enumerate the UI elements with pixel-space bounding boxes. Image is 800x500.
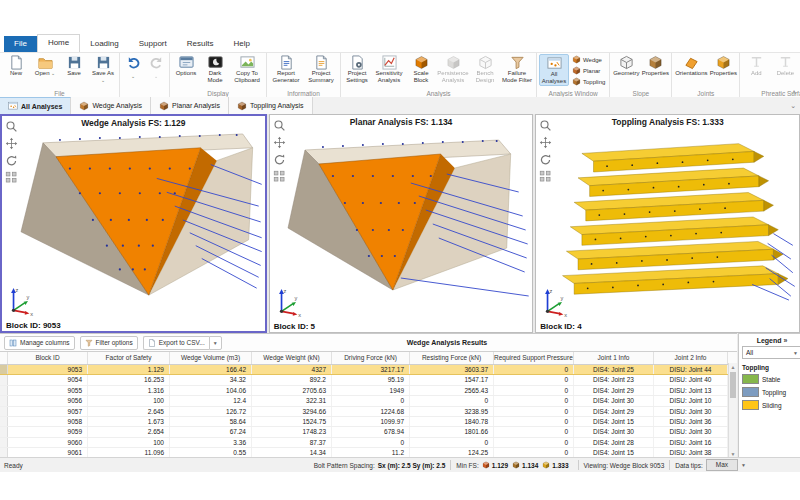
all-analyses-button[interactable]: All Analyses (539, 54, 569, 86)
new-button[interactable]: New (2, 54, 30, 78)
pan-tool-icon[interactable] (273, 135, 286, 148)
ribbon-tab-loading[interactable]: Loading (80, 36, 128, 52)
planar-3d-scene[interactable] (283, 128, 531, 304)
table-cell[interactable]: 58.64 (170, 417, 252, 426)
wedge-3d-scene[interactable] (15, 129, 263, 303)
table-cell[interactable]: DISU: Joint 40 (654, 375, 728, 384)
table-cell[interactable]: 67.24 (170, 427, 252, 436)
file-menu-button[interactable]: File (4, 36, 37, 52)
table-cell[interactable]: 9054 (8, 375, 88, 384)
table-cell[interactable]: DIS4: Joint 30 (574, 427, 654, 436)
redo-button[interactable]: ⌄ (145, 54, 167, 79)
column-header[interactable]: Wedge Volume (m3) (170, 352, 252, 364)
table-cell[interactable]: DIS4: Joint 29 (574, 407, 654, 416)
table-cell[interactable]: 100 (88, 396, 170, 405)
ribbon-tab-home[interactable]: Home (37, 34, 80, 52)
table-cell[interactable]: 0 (332, 438, 410, 447)
table-row[interactable]: 90551.316104.062705.6319492565.430DIS4: … (0, 386, 737, 396)
open-button[interactable]: Open (31, 54, 59, 78)
export-csv-button[interactable]: Export to CSV... (143, 336, 209, 350)
project-settings-button[interactable]: Project Settings (343, 54, 371, 84)
table-cell[interactable]: DIS4: Joint 15 (574, 417, 654, 426)
column-header[interactable]: Required Support Pressure (kPa) (494, 352, 574, 364)
table-scrollbar[interactable]: ▲ ▼ (728, 363, 737, 458)
tab-planar-analysis[interactable]: Planar Analysis (151, 97, 229, 114)
table-cell[interactable]: 1224.68 (332, 407, 410, 416)
planar-view-panel[interactable]: Planar Analysis FS: 1.134 (269, 114, 534, 333)
table-row[interactable]: 90581.67358.641524.751099.971840.780DIS4… (0, 417, 737, 427)
phreatic-delete-button[interactable]: Delete (771, 54, 799, 78)
table-cell[interactable]: DIS4: Joint 30 (574, 396, 654, 405)
legend-expand-icon[interactable]: » (783, 337, 787, 344)
table-cell[interactable]: 1547.17 (410, 375, 494, 384)
table-cell[interactable]: DIS4: Joint 28 (574, 438, 654, 447)
table-cell[interactable]: 0 (494, 427, 574, 436)
save-as-button[interactable]: Save As (89, 54, 117, 84)
table-row[interactable]: 90601003.3687.37000DIS4: Joint 28DISU: J… (0, 438, 737, 448)
table-cell[interactable]: 9053 (8, 365, 88, 374)
orientations-button[interactable]: Orientations (674, 54, 708, 78)
table-cell[interactable]: 34.32 (170, 375, 252, 384)
table-cell[interactable]: DISU: Joint 30 (654, 407, 728, 416)
table-cell[interactable]: DIS4: Joint 29 (574, 386, 654, 395)
tab-all-analyses[interactable]: All Analyses (0, 97, 71, 114)
table-cell[interactable]: 1.673 (88, 417, 170, 426)
rotate-tool-icon[interactable] (539, 152, 552, 165)
table-cell[interactable]: DIS4: Joint 25 (574, 365, 654, 374)
table-cell[interactable]: DISU: Joint 10 (654, 396, 728, 405)
zoom-tool-icon[interactable] (539, 118, 552, 131)
table-cell[interactable]: 0 (410, 438, 494, 447)
table-cell[interactable]: 9058 (8, 417, 88, 426)
slope-geometry-button[interactable]: Geometry (612, 54, 640, 78)
table-cell[interactable]: 678.94 (332, 427, 410, 436)
zoom-extents-icon[interactable] (5, 170, 18, 183)
options-button[interactable]: Options (172, 54, 200, 78)
rotate-tool-icon[interactable] (273, 152, 286, 165)
table-cell[interactable]: 3217.17 (332, 365, 410, 374)
scale-block-button[interactable]: Scale Block (407, 54, 435, 84)
zoom-extents-icon[interactable] (273, 169, 286, 182)
tab-toppling-analysis[interactable]: Toppling Analysis (229, 97, 313, 114)
save-button[interactable]: Save (60, 54, 88, 78)
table-cell[interactable]: 1949 (332, 386, 410, 395)
zoom-tool-icon[interactable] (5, 119, 18, 132)
table-cell[interactable]: 322.31 (252, 396, 332, 405)
table-cell[interactable]: 1.316 (88, 386, 170, 395)
table-cell[interactable]: 0 (410, 396, 494, 405)
data-tips-dropdown-icon[interactable]: ▼ (741, 462, 746, 468)
toppling-view-panel[interactable]: Toppling Analysis FS: 1.333 (535, 114, 800, 333)
table-cell[interactable]: 16.253 (88, 375, 170, 384)
table-cell[interactable]: 0 (494, 407, 574, 416)
copy-to-clipboard-button[interactable]: Copy To Clipboard (230, 54, 264, 84)
tab-wedge-analysis[interactable]: Wedge Analysis (71, 97, 151, 114)
phreatic-add-button[interactable]: Add (742, 54, 770, 78)
table-cell[interactable]: 1.129 (88, 365, 170, 374)
pan-tool-icon[interactable] (539, 135, 552, 148)
table-cell[interactable]: 9056 (8, 396, 88, 405)
table-cell[interactable]: 9059 (8, 427, 88, 436)
wedge-view-panel[interactable]: Wedge Analysis FS: 1.129 (0, 114, 267, 333)
table-cell[interactable]: 2705.63 (252, 386, 332, 395)
table-cell[interactable]: 0 (494, 365, 574, 374)
column-header[interactable]: Block ID (8, 352, 88, 364)
table-cell[interactable]: 1801.66 (410, 427, 494, 436)
table-cell[interactable]: 126.72 (170, 407, 252, 416)
table-cell[interactable]: 892.2 (252, 375, 332, 384)
toppling-3d-scene[interactable] (549, 128, 797, 304)
table-cell[interactable]: 0 (494, 386, 574, 395)
table-cell[interactable]: 9057 (8, 407, 88, 416)
zoom-extents-icon[interactable] (539, 169, 552, 182)
table-row[interactable]: 90531.129166.4243273217.173603.370DIS4: … (0, 365, 737, 375)
table-cell[interactable]: 3294.66 (252, 407, 332, 416)
filter-options-button[interactable]: Filter options (80, 336, 138, 350)
table-cell[interactable]: 3.36 (170, 438, 252, 447)
table-cell[interactable]: DISU: Joint 36 (654, 417, 728, 426)
table-cell[interactable]: 166.42 (170, 365, 252, 374)
table-row[interactable]: 90572.645126.723294.661224.683238.950DIS… (0, 407, 737, 417)
table-cell[interactable]: 0 (494, 375, 574, 384)
planar-window-button[interactable]: Planar (570, 65, 607, 76)
column-header[interactable]: Driving Force (kN) (332, 352, 410, 364)
column-header[interactable]: Joint 1 Info (574, 352, 654, 364)
ribbon-tab-results[interactable]: Results (177, 36, 224, 52)
table-cell[interactable]: 1524.75 (252, 417, 332, 426)
